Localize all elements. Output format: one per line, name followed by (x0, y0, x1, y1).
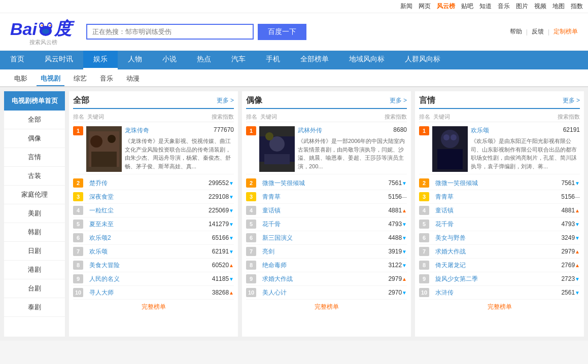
svg-rect-16 (264, 154, 290, 164)
rank-item-qb-6: 6 欢乐颂2 65166▼ (73, 231, 234, 245)
kw-qb-4[interactable]: 一粒红尘 (87, 206, 193, 215)
subnav-music[interactable]: 音乐 (96, 72, 117, 86)
panel-ouxiang-more[interactable]: 更多 > (390, 96, 407, 105)
sidebar-item-ouxiang[interactable]: 偶像 (4, 129, 65, 148)
sidebar-item-hanju[interactable]: 韩剧 (4, 223, 65, 242)
nav-ent[interactable]: 娱乐 (83, 51, 118, 69)
sidebar-item-guzhuang[interactable]: 古装 (4, 167, 65, 186)
topnav-index[interactable]: 指数 (571, 2, 583, 11)
topnav-web[interactable]: 网页 (419, 2, 431, 11)
nav-allrank[interactable]: 全部榜单 (290, 51, 339, 69)
topnav-news[interactable]: 新闻 (400, 2, 412, 11)
kw-ox-8[interactable]: 绝命毒师 (260, 261, 366, 270)
idx-qb-7: 62191▼ (193, 248, 234, 255)
kw-ox-4[interactable]: 童话镇 (260, 206, 366, 215)
col-kw-ox: 关键词 (260, 113, 366, 121)
sidebar-item-gangju[interactable]: 港剧 (4, 261, 65, 279)
nav-crowd[interactable]: 人群风向标 (395, 51, 451, 69)
nav-novel[interactable]: 小说 (152, 51, 187, 69)
kw-ox-10[interactable]: 美人心计 (260, 288, 366, 297)
subnav-anime[interactable]: 动漫 (122, 72, 144, 86)
kw-qb-3[interactable]: 深夜食堂 (87, 193, 193, 201)
kw-qb-8[interactable]: 美食大冒险 (87, 261, 193, 270)
complete-ox[interactable]: 完整榜单 (246, 300, 407, 314)
kw-yq-8[interactable]: 倚天屠龙记 (433, 261, 539, 270)
kw-qb-6[interactable]: 欢乐颂2 (87, 234, 193, 242)
nav-hot[interactable]: 热点 (187, 51, 221, 69)
kw-ox-3[interactable]: 青青草 (260, 193, 366, 201)
kw-yq-9[interactable]: 旋风少女第二季 (433, 275, 539, 283)
kw-ox-6[interactable]: 新三国演义 (260, 234, 366, 242)
complete-yq[interactable]: 完整榜单 (419, 300, 580, 314)
nav-car[interactable]: 汽车 (221, 51, 256, 69)
rank-item-ox-6: 6 新三国演义 4488▼ (246, 231, 407, 245)
nav-phone[interactable]: 手机 (256, 51, 290, 69)
subnav-tv[interactable]: 电视剧 (37, 72, 64, 86)
nav-home[interactable]: 首页 (0, 51, 34, 69)
kw-yq-3[interactable]: 青青草 (433, 193, 539, 201)
kw-qb-2[interactable]: 楚乔传 (87, 179, 193, 188)
panel-yanqing-title: 言情 (419, 95, 435, 106)
rank-item-yq-3: 3 青青草 5156— (419, 190, 580, 204)
idx-qb-9: 41185▼ (193, 275, 234, 282)
svg-rect-12 (91, 152, 117, 167)
panel-quanbu-more[interactable]: 更多 > (217, 96, 234, 105)
kw-yq-5[interactable]: 花千骨 (433, 220, 539, 229)
featured-idx-qb: 777670 (214, 126, 234, 135)
kw-qb-9[interactable]: 人民的名义 (87, 275, 193, 283)
nav-person[interactable]: 人物 (118, 51, 152, 69)
nav-news[interactable]: 风云时讯 (34, 51, 83, 69)
featured-kw-ox[interactable]: 武林外传 (298, 126, 322, 135)
col-rank-ox: 排名 (246, 113, 260, 121)
kw-yq-4[interactable]: 童话镇 (433, 206, 539, 215)
complete-qb[interactable]: 完整榜单 (73, 300, 234, 314)
topnav-zhidao[interactable]: 知道 (479, 2, 492, 11)
topnav-video[interactable]: 视频 (534, 2, 546, 11)
kw-qb-5[interactable]: 夏至未至 (87, 220, 193, 229)
search-input[interactable] (86, 24, 254, 40)
kw-yq-7[interactable]: 求婚大作战 (433, 247, 539, 256)
panel-yanqing-more[interactable]: 更多 > (563, 96, 580, 105)
kw-qb-7[interactable]: 欢乐颂 (87, 247, 193, 256)
kw-ox-5[interactable]: 花千骨 (260, 220, 366, 229)
kw-yq-6[interactable]: 美女与野兽 (433, 234, 539, 242)
kw-qb-10[interactable]: 寻人大师 (87, 288, 193, 297)
topnav-rank[interactable]: 风云榜 (437, 2, 455, 11)
sidebar-item-taiju2[interactable]: 泰剧 (4, 298, 65, 317)
col-idx-qb: 搜索指数 (193, 113, 234, 121)
featured-kw-yq[interactable]: 欢乐颂 (471, 126, 489, 135)
topnav-music[interactable]: 音乐 (498, 2, 510, 11)
sidebar-item-quanbu[interactable]: 全部 (4, 111, 65, 129)
feedback-link[interactable]: 反馈 (532, 27, 544, 36)
kw-ox-9[interactable]: 求婚大作战 (260, 275, 366, 283)
featured-kw-qb[interactable]: 龙珠传奇 (125, 126, 149, 135)
rank-item-yq-4: 4 童话镇 4881▲ (419, 204, 580, 217)
kw-ox-2[interactable]: 微微一笑很倾城 (260, 179, 366, 188)
topnav-tieba[interactable]: 贴吧 (461, 2, 473, 11)
topnav-map[interactable]: 地图 (552, 2, 565, 11)
topnav-pic[interactable]: 图片 (516, 2, 528, 11)
sidebar-item-yanqing[interactable]: 言情 (4, 148, 65, 167)
sidebar-item-jiating[interactable]: 家庭伦理 (4, 186, 65, 204)
rank-item-ox-7: 7 亮剑 3919▼ (246, 245, 407, 259)
sidebar-item-meiju[interactable]: 美剧 (4, 204, 65, 223)
nav-region[interactable]: 地域风向标 (339, 51, 395, 69)
svg-point-11 (108, 135, 116, 143)
sidebar-item-riju[interactable]: 日剧 (4, 242, 65, 261)
search-button[interactable]: 百度一下 (258, 24, 306, 40)
kw-yq-2[interactable]: 微微一笑很倾城 (433, 179, 539, 188)
help-link[interactable]: 帮助 (510, 27, 522, 36)
custom-link[interactable]: 定制榜单 (554, 27, 578, 36)
svg-point-6 (49, 25, 51, 26)
logo-area: Bai 度 搜索风云榜 (10, 17, 76, 46)
subnav-movie[interactable]: 电影 (10, 72, 31, 86)
featured-desc-yq: 《欢乐颂》是由东阳正午阳光影视有限公司、山东影视制作有限公司联合出品的都市职场女… (471, 137, 580, 170)
sidebar-item-taiju[interactable]: 台剧 (4, 279, 65, 298)
featured-desc-ox: 《武林外传》是一部2006年的中国大陆室内古装情景喜剧，由尚敬导演执导，闫妮、沙… (298, 137, 407, 170)
subnav-variety[interactable]: 综艺 (70, 72, 91, 86)
kw-ox-7[interactable]: 亮剑 (260, 247, 366, 256)
idx-qb-10: 38268▲ (193, 289, 234, 296)
col-rank-qb: 排名 (73, 113, 87, 121)
kw-yq-10[interactable]: 水浒传 (433, 288, 539, 297)
rank-item-qb-2: 2 楚乔传 299552▼ (73, 176, 234, 190)
